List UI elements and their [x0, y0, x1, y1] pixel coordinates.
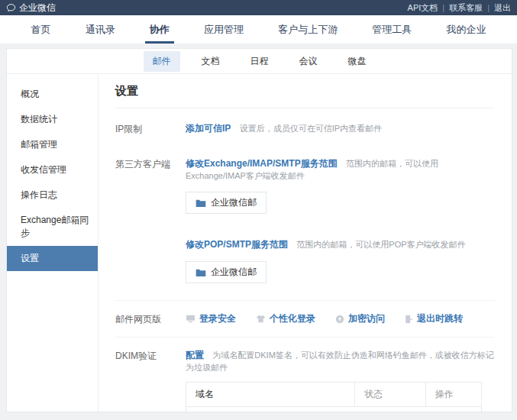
chat-bubble-icon — [6, 3, 16, 13]
table-row: 988666.club 已验证 查看配置 — [186, 407, 481, 412]
nav-admin-tools[interactable]: 管理工具 — [367, 15, 416, 44]
dkim-label: DKIM验证 — [115, 349, 186, 363]
personalized-login-link[interactable]: 个性化登录 — [256, 312, 315, 325]
app-logo: 企业微信 — [6, 2, 56, 15]
topbar-links: API文档 | 联系客服 | 退出 — [408, 2, 511, 14]
nav-my-company[interactable]: 我的企业 — [441, 15, 490, 44]
ip-restriction-label: IP限制 — [115, 122, 186, 136]
brand-name: 企业微信 — [19, 2, 56, 15]
nav-apps[interactable]: 应用管理 — [199, 15, 248, 44]
tab-calendar[interactable]: 日程 — [241, 51, 278, 72]
lock-icon — [335, 315, 344, 324]
exit-icon — [405, 315, 413, 324]
main-nav: 首页 通讯录 协作 应用管理 客户与上下游 管理工具 我的企业 — [0, 15, 517, 44]
col-header-action: 操作 — [425, 383, 481, 406]
tshirt-icon — [256, 315, 266, 323]
pop-scope-block: 修改POP/SMTP服务范围 范围内的邮箱，可以使用POP客户端收发邮件 企业微… — [186, 238, 495, 283]
api-doc-link[interactable]: API文档 — [408, 2, 438, 14]
sidebar-item-overview[interactable]: 概况 — [7, 82, 98, 107]
dkim-configure-link[interactable]: 配置 — [186, 350, 204, 360]
sidebar-item-settings[interactable]: 设置 — [7, 246, 98, 271]
nav-customers[interactable]: 客户与上下游 — [273, 15, 342, 44]
add-trusted-ip-link[interactable]: 添加可信IP — [186, 123, 231, 134]
login-security-link[interactable]: 登录安全 — [186, 312, 236, 325]
webmail-row: 邮件网页版 登录安全 — [115, 301, 495, 337]
content-area: 邮件 文档 日程 会议 微盘 概况 数据统计 邮箱管理 收发信管理 操作日志 E… — [0, 44, 517, 420]
tab-meeting[interactable]: 会议 — [290, 51, 327, 72]
encrypted-access-link[interactable]: 加密访问 — [335, 312, 385, 325]
third-party-label: 第三方客户端 — [115, 157, 186, 171]
tab-mail[interactable]: 邮件 — [144, 51, 180, 72]
sidebar-item-send-receive[interactable]: 收发信管理 — [7, 157, 98, 183]
settings-sidebar: 概况 数据统计 邮箱管理 收发信管理 操作日志 Exchange邮箱同步 设置 — [7, 74, 99, 412]
logout-redirect-label: 退出时跳转 — [417, 312, 463, 325]
col-header-domain: 域名 — [186, 383, 354, 406]
tab-docs[interactable]: 文档 — [192, 51, 229, 72]
col-header-status: 状态 — [354, 383, 425, 406]
login-security-label: 登录安全 — [199, 312, 236, 325]
card-body: 概况 数据统计 邮箱管理 收发信管理 操作日志 Exchange邮箱同步 设置 … — [7, 74, 512, 412]
separator: | — [442, 3, 444, 12]
dkim-table-header: 域名 状态 操作 — [186, 383, 481, 407]
encrypted-access-label: 加密访问 — [348, 312, 385, 325]
logout-link[interactable]: 退出 — [494, 2, 511, 14]
domain-cell: 988666.club — [186, 410, 354, 412]
exchange-scope-block: 修改Exchange/IMAP/SMTP服务范围 范围内的邮箱，可以使用Exch… — [186, 157, 495, 214]
page-title: 设置 — [115, 84, 495, 108]
pop-scope-chip[interactable]: 企业微信邮 — [186, 261, 267, 283]
sidebar-item-operation-log[interactable]: 操作日志 — [7, 183, 98, 208]
nav-collaboration[interactable]: 协作 — [145, 15, 174, 44]
modify-exchange-scope-link[interactable]: 修改Exchange/IMAP/SMTP服务范围 — [186, 158, 338, 169]
ip-restriction-desc: 设置后，成员仅可在可信IP内查看邮件 — [240, 124, 382, 133]
sidebar-item-exchange-sync[interactable]: Exchange邮箱同步 — [7, 208, 98, 246]
dkim-row: DKIM验证 配置 为域名配置DKIM签名，可以有效防止伪造和网络钓鱼邮件，或被… — [115, 338, 495, 412]
webmail-label: 邮件网页版 — [115, 312, 186, 326]
nav-home[interactable]: 首页 — [27, 15, 56, 44]
folder-icon — [195, 199, 206, 208]
dkim-table: 域名 状态 操作 988666.club 已验证 查看配置 — [186, 382, 482, 412]
settings-pane: 设置 IP限制 添加可信IP 设置后，成员仅可在可信IP内查看邮件 第三方客户端… — [99, 74, 512, 412]
main-card: 邮件 文档 日程 会议 微盘 概况 数据统计 邮箱管理 收发信管理 操作日志 E… — [6, 48, 512, 412]
pop-scope-desc: 范围内的邮箱，可以使用POP客户端收发邮件 — [296, 240, 465, 249]
exchange-scope-name: 企业微信邮 — [211, 196, 257, 209]
contact-support-link[interactable]: 联系客服 — [449, 2, 483, 14]
modify-pop-scope-link[interactable]: 修改POP/SMTP服务范围 — [186, 239, 288, 250]
topbar: 企业微信 API文档 | 联系客服 | 退出 — [0, 0, 517, 15]
sidebar-item-statistics[interactable]: 数据统计 — [7, 107, 98, 132]
sidebar-item-mailbox-mgmt[interactable]: 邮箱管理 — [7, 132, 98, 157]
dkim-desc: 为域名配置DKIM签名，可以有效防止伪造和网络钓鱼邮件，或被收信方标记为垃圾邮件 — [186, 351, 494, 372]
separator: | — [487, 3, 490, 12]
logout-redirect-link[interactable]: 退出时跳转 — [405, 312, 463, 325]
exchange-scope-chip[interactable]: 企业微信邮 — [186, 192, 267, 214]
subtab-bar: 邮件 文档 日程 会议 微盘 — [7, 49, 512, 74]
pop-scope-name: 企业微信邮 — [211, 266, 257, 279]
monitor-icon — [186, 315, 195, 323]
personalized-login-label: 个性化登录 — [270, 312, 315, 325]
ip-restriction-row: IP限制 添加可信IP 设置后，成员仅可在可信IP内查看邮件 — [115, 122, 495, 136]
folder-icon — [195, 268, 206, 277]
third-party-row: 第三方客户端 修改Exchange/IMAP/SMTP服务范围 范围内的邮箱，可… — [115, 157, 495, 283]
nav-contacts[interactable]: 通讯录 — [81, 15, 120, 44]
tab-drive[interactable]: 微盘 — [339, 51, 376, 72]
